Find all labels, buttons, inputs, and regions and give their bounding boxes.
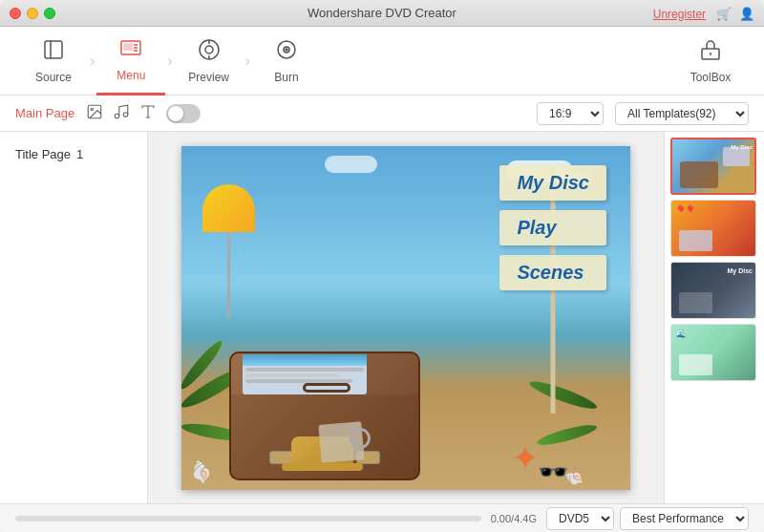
quality-select[interactable]: Best Performance Best Quality: [620, 507, 749, 530]
main-toolbar: Source › Menu › Preview ›: [0, 27, 764, 96]
svg-point-18: [115, 114, 119, 118]
burn-icon: [275, 38, 298, 67]
toolbar-menu[interactable]: Menu: [96, 27, 165, 96]
text-icon[interactable]: [139, 103, 157, 124]
title-bar: Wondershare DVD Creator Unregister 🛒 👤: [0, 0, 764, 27]
progress-info: 0.00/4.4G: [491, 513, 537, 524]
close-button[interactable]: [10, 8, 21, 19]
image-icon[interactable]: [86, 103, 103, 124]
template-thumb-4[interactable]: 🌊: [670, 324, 756, 381]
menu-icon: [119, 36, 142, 65]
title-bar-right: Unregister 🛒 👤: [653, 5, 754, 22]
unregister-link[interactable]: Unregister: [653, 8, 706, 21]
sub-tools: [86, 103, 201, 124]
preview-icon: [198, 38, 221, 67]
sub-toolbar: Main Page 16:9 4:3: [0, 96, 764, 132]
maximize-button[interactable]: [44, 8, 55, 19]
traffic-lights: [10, 8, 55, 19]
template-panel: My Disc 🎈🎈 My Disc 🌊: [664, 132, 764, 503]
svg-point-19: [123, 112, 128, 117]
progress-container: [15, 516, 481, 521]
svg-rect-0: [45, 41, 62, 58]
umbrella: [202, 184, 255, 318]
page-label: Title Page: [15, 147, 71, 161]
cloud-3: [325, 156, 377, 173]
svg-point-13: [286, 49, 287, 51]
bottom-selects: DVD5 DVD9 Best Performance Best Quality: [546, 507, 749, 530]
source-icon: [42, 38, 65, 67]
shell-1: 🐚: [187, 457, 216, 485]
arrow-icon-2: ›: [167, 53, 172, 70]
toolbox-icon: [699, 38, 722, 67]
toolbar-preview[interactable]: Preview: [175, 27, 244, 96]
arrow-icon-3: ›: [245, 53, 250, 70]
cart-icon: 🛒: [716, 7, 732, 21]
svg-point-17: [91, 108, 93, 110]
music-icon[interactable]: [113, 103, 130, 124]
preview-label: Preview: [188, 71, 229, 84]
source-label: Source: [35, 71, 72, 84]
burn-label: Burn: [274, 71, 298, 84]
template-select[interactable]: All Templates(92): [615, 102, 749, 125]
menu-label: Menu: [117, 69, 145, 82]
toolbar-burn[interactable]: Burn: [252, 27, 321, 96]
app-title: Wondershare DVD Creator: [308, 6, 456, 20]
template-thumb-3[interactable]: My Disc: [670, 262, 756, 319]
arrow-icon-1: ›: [90, 53, 95, 70]
menu-signs: My Disc Play Scenes: [499, 165, 606, 290]
template-thumb-1[interactable]: My Disc: [670, 138, 756, 195]
main-content: Title Page 1: [0, 132, 764, 503]
sunglasses: 🕶️: [538, 458, 568, 487]
bottom-bar: 0.00/4.4G DVD5 DVD9 Best Performance Bes…: [0, 503, 764, 532]
toolbar-toolbox[interactable]: ToolBox: [676, 27, 745, 96]
user-icon: 👤: [739, 7, 754, 21]
page-item[interactable]: Title Page 1: [0, 141, 147, 167]
template-thumb-2[interactable]: 🎈🎈: [670, 200, 756, 257]
minimize-button[interactable]: [27, 8, 38, 19]
svg-point-8: [205, 46, 213, 53]
toolbar-source[interactable]: Source: [19, 27, 88, 96]
left-panel: Title Page 1: [0, 132, 148, 503]
preview-area[interactable]: My Disc Play Scenes ✦ 🐚 🐚 🕶️: [181, 146, 630, 490]
aspect-ratio-select[interactable]: 16:9 4:3: [537, 102, 604, 125]
center-panel: My Disc Play Scenes ✦ 🐚 🐚 🕶️: [148, 132, 664, 503]
starfish: ✦: [511, 438, 540, 479]
toolbox-label: ToolBox: [690, 71, 732, 84]
page-number: 1: [76, 147, 83, 161]
map-glass: [320, 423, 363, 461]
svg-rect-3: [124, 44, 132, 50]
main-page-tab[interactable]: Main Page: [15, 106, 74, 120]
disc-type-select[interactable]: DVD5 DVD9: [546, 507, 614, 530]
toggle-button[interactable]: [166, 104, 201, 123]
